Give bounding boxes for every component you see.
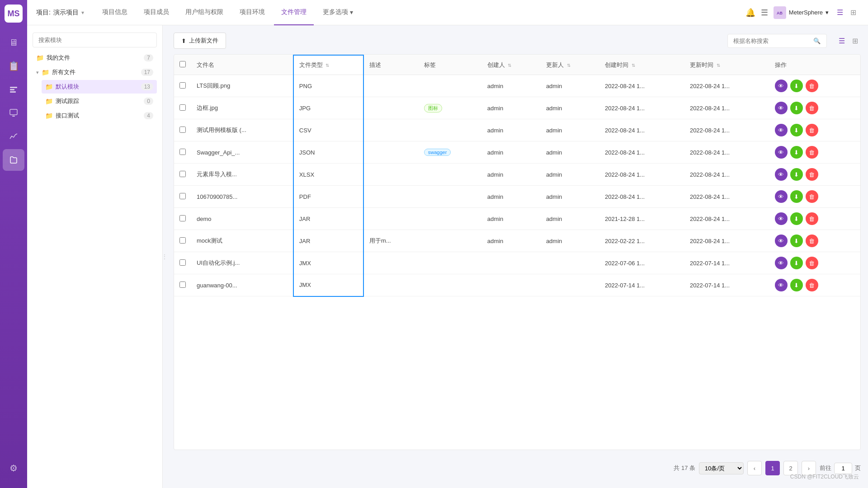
col-header-updater: 更新人 ⇅ (541, 55, 599, 75)
sidebar-item-settings[interactable]: ⚙ (3, 457, 24, 479)
list-icon[interactable]: ☰ (761, 8, 768, 18)
tab-project-env[interactable]: 项目环境 (232, 0, 272, 25)
select-all-header[interactable] (174, 55, 191, 75)
download-btn[interactable]: ⬇ (790, 146, 803, 159)
cell-updated-time: 2022-07-14 1... (684, 252, 769, 274)
test-track-label: 测试跟踪 (56, 97, 141, 105)
table-grid-view-btn[interactable]: ⊞ (849, 35, 861, 47)
table-row: 10670900785...PDFadminadmin2022-08-24 1.… (174, 186, 860, 208)
row-checkbox[interactable] (179, 104, 186, 111)
sidebar-item-file-mgmt[interactable] (3, 149, 24, 171)
delete-btn[interactable]: 🗑 (806, 212, 818, 225)
tab-user-groups[interactable]: 用户组与权限 (178, 0, 231, 25)
view-btn[interactable]: 👁 (775, 80, 788, 92)
download-btn[interactable]: ⬇ (790, 212, 803, 225)
row-checkbox[interactable] (179, 237, 186, 244)
select-all-checkbox[interactable] (179, 61, 186, 67)
file-search-input[interactable] (727, 34, 827, 48)
page-size-select[interactable]: 10条/页 20条/页 50条/页 (699, 462, 744, 474)
project-selector[interactable]: 项目: 演示项目 ▾ (36, 9, 84, 17)
delete-btn[interactable]: 🗑 (806, 257, 818, 269)
cell-description (363, 252, 419, 274)
view-btn[interactable]: 👁 (775, 212, 788, 225)
view-btn[interactable]: 👁 (775, 124, 788, 136)
delete-btn[interactable]: 🗑 (806, 124, 818, 136)
download-btn[interactable]: ⬇ (790, 124, 803, 136)
grid-view-btn[interactable]: ⊞ (848, 6, 859, 19)
row-checkbox[interactable] (179, 193, 186, 199)
delete-btn[interactable]: 🗑 (806, 190, 818, 203)
row-checkbox[interactable] (179, 82, 186, 89)
tree-item-all-files[interactable]: ▾ 📁 所有文件 17 (33, 66, 157, 79)
tree-item-api-test[interactable]: 📁 接口测试 4 (42, 109, 157, 122)
cell-filetype: PNG (293, 75, 363, 97)
row-checkbox[interactable] (179, 282, 186, 288)
api-test-count: 4 (144, 112, 153, 119)
table-row: demoJARadminadmin2021-12-28 1...2022-08-… (174, 208, 860, 230)
sidebar-item-api-test[interactable] (3, 79, 24, 100)
all-files-label: 所有文件 (52, 68, 138, 76)
row-checkbox[interactable] (179, 259, 186, 266)
page-1-btn[interactable]: 1 (765, 461, 780, 475)
tree-item-my-files[interactable]: 📁 我的文件 7 (33, 51, 157, 65)
row-checkbox-cell (174, 186, 191, 208)
view-btn[interactable]: 👁 (775, 146, 788, 159)
view-btn[interactable]: 👁 (775, 235, 788, 247)
download-btn[interactable]: ⬇ (790, 235, 803, 247)
cell-created-time: 2022-08-24 1... (599, 164, 684, 186)
download-btn[interactable]: ⬇ (790, 80, 803, 92)
download-btn[interactable]: ⬇ (790, 279, 803, 291)
tab-project-info[interactable]: 项目信息 (95, 0, 135, 25)
sidebar-item-test-track[interactable]: 📋 (3, 55, 24, 77)
list-view-btn[interactable]: ☰ (834, 6, 846, 19)
view-btn[interactable]: 👁 (775, 168, 788, 181)
download-btn[interactable]: ⬇ (790, 257, 803, 269)
download-btn[interactable]: ⬇ (790, 168, 803, 181)
download-btn[interactable]: ⬇ (790, 102, 803, 114)
download-btn[interactable]: ⬇ (790, 190, 803, 203)
sidebar-item-perf-test[interactable] (3, 126, 24, 147)
delete-btn[interactable]: 🗑 (806, 80, 818, 92)
sidebar-bottom: ⚙ (3, 457, 24, 481)
user-info[interactable]: AB MeterSphere ▾ (774, 6, 829, 19)
row-checkbox[interactable] (179, 215, 186, 221)
col-header-filetype[interactable]: 文件类型 ⇅ (293, 55, 363, 75)
goto-page-input[interactable] (834, 463, 852, 474)
sidebar: MS 🖥 📋 ⚙ (0, 0, 27, 488)
view-btn[interactable]: 👁 (775, 279, 788, 291)
page-goto: 前往 页 (820, 463, 861, 474)
cell-filename: 边框.jpg (191, 97, 293, 119)
delete-btn[interactable]: 🗑 (806, 146, 818, 159)
sidebar-item-dashboard[interactable]: 🖥 (3, 32, 24, 53)
resize-handle[interactable]: ⋮ (163, 25, 166, 488)
cell-updated-time: 2022-07-14 1... (684, 274, 769, 296)
cell-description (363, 164, 419, 186)
delete-btn[interactable]: 🗑 (806, 102, 818, 114)
cell-updater: admin (541, 230, 599, 252)
sidebar-item-ui-test[interactable] (3, 102, 24, 124)
notification-icon[interactable]: 🔔 (745, 8, 755, 18)
tab-more-options[interactable]: 更多选项 ▾ (316, 0, 360, 25)
view-btn[interactable]: 👁 (775, 190, 788, 203)
cell-filename: demo (191, 208, 293, 230)
module-search-input[interactable] (33, 33, 157, 47)
file-search: 🔍 (727, 34, 827, 48)
prev-page-btn[interactable]: ‹ (747, 461, 762, 475)
tree-item-default-module[interactable]: 📁 默认模块 13 (42, 80, 157, 94)
tab-project-members[interactable]: 项目成员 (137, 0, 176, 25)
tab-file-mgmt[interactable]: 文件管理 (274, 0, 314, 25)
tree-item-test-track[interactable]: 📁 测试跟踪 0 (42, 94, 157, 108)
file-table: 文件名 文件类型 ⇅ 描述 标签 (174, 54, 861, 450)
row-checkbox[interactable] (179, 171, 186, 177)
delete-btn[interactable]: 🗑 (806, 168, 818, 181)
row-checkbox[interactable] (179, 127, 186, 133)
delete-btn[interactable]: 🗑 (806, 235, 818, 247)
upload-icon: ⬆ (181, 38, 186, 44)
row-checkbox[interactable] (179, 149, 186, 155)
delete-btn[interactable]: 🗑 (806, 279, 818, 291)
view-btn[interactable]: 👁 (775, 102, 788, 114)
table-list-view-btn[interactable]: ☰ (836, 35, 848, 47)
upload-button[interactable]: ⬆ 上传新文件 (174, 33, 226, 49)
view-btn[interactable]: 👁 (775, 257, 788, 269)
table-view-toggle: ☰ ⊞ (836, 35, 861, 47)
